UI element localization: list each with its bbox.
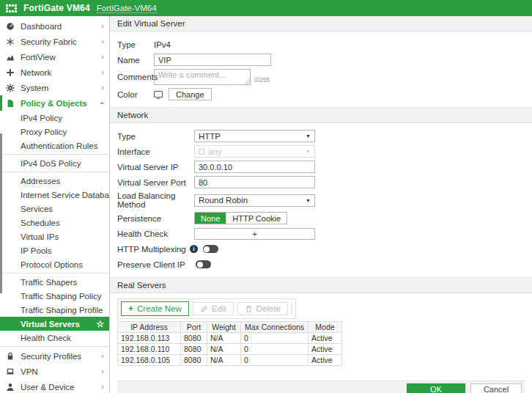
network-icon <box>6 68 15 77</box>
table-row[interactable]: 192.168.0.1058080N/A0Active <box>118 355 342 366</box>
preserve-client-ip-label: Preserve Client IP <box>117 260 193 269</box>
health-check-add-button[interactable]: + <box>194 228 315 240</box>
sidebar-item-ip-pools[interactable]: IP Pools <box>0 243 109 257</box>
sidebar-item-traffic-shaping-profile[interactable]: Traffic Shaping Profile <box>0 303 109 317</box>
sidebar-item-services[interactable]: Services <box>0 202 109 216</box>
sidebar-item-label: Traffic Shapers <box>21 278 77 287</box>
cell-mode: Active <box>309 355 342 366</box>
sidebar-separator <box>0 154 109 155</box>
table-row[interactable]: 192.168.0.1108080N/A0Active <box>118 344 342 355</box>
persistence-segmented: None HTTP Cookie <box>194 212 287 224</box>
star-icon[interactable]: ☆ <box>96 319 104 329</box>
column-header-mode[interactable]: Mode <box>309 322 342 333</box>
comments-input[interactable] <box>154 69 251 85</box>
brand-title: FortiGate VM64 <box>23 3 90 13</box>
sidebar-item-protocol-options[interactable]: Protocol Options <box>0 257 109 271</box>
sidebar-item-label: Authentication Rules <box>21 142 97 150</box>
sidebar-item-label: IPv4 Policy <box>21 114 62 122</box>
sidebar-scrollbar[interactable] <box>0 133 2 293</box>
cell-weight: N/A <box>207 355 241 366</box>
sidebar-item-authentication-rules[interactable]: Authentication Rules <box>0 139 109 153</box>
sidebar-item-system[interactable]: System› <box>0 80 109 95</box>
sidebar-item-dashboard[interactable]: Dashboard› <box>0 18 109 34</box>
virtual-server-port-input[interactable] <box>194 176 315 188</box>
comments-counter: 0/255 <box>254 76 270 85</box>
network-section-title: Network <box>110 107 532 123</box>
net-type-label: Type <box>117 132 194 141</box>
pencil-icon <box>200 305 208 313</box>
sidebar-item-virtual-ips[interactable]: Virtual IPs <box>0 229 109 243</box>
column-header-ip-address[interactable]: IP Address <box>118 322 181 333</box>
persistence-option-none[interactable]: None <box>195 213 226 224</box>
sidebar-item-label: Health Check <box>21 334 71 342</box>
sidebar-item-security-profiles[interactable]: Security Profiles› <box>0 348 109 364</box>
chevron-right-icon: › <box>101 367 104 375</box>
sidebar-item-label: Protocol Options <box>21 260 83 269</box>
sidebar-item-label: System <box>21 84 48 92</box>
dashboard-icon <box>6 22 15 31</box>
sidebar-item-security-fabric[interactable]: Security Fabric› <box>0 34 109 49</box>
policy-objects-icon <box>6 99 15 108</box>
sidebar-item-traffic-shaping-policy[interactable]: Traffic Shaping Policy <box>0 289 109 303</box>
chevron-right-icon: › <box>101 53 104 61</box>
change-color-button[interactable]: Change <box>169 88 212 100</box>
sidebar-item-label: Internet Service Database <box>21 191 110 199</box>
color-label: Color <box>117 90 154 99</box>
ok-button[interactable]: OK <box>407 383 465 393</box>
sidebar-item-fortiview[interactable]: FortiView› <box>0 49 109 65</box>
virtual-server-port-label: Virtual Server Port <box>117 178 194 187</box>
cell-port: 8080 <box>181 355 207 366</box>
table-row[interactable]: 192.168.0.1138080N/A0Active <box>118 333 342 344</box>
sidebar-item-proxy-policy[interactable]: Proxy Policy <box>0 125 109 139</box>
cell-port: 8080 <box>181 344 207 355</box>
trash-icon <box>245 305 253 313</box>
http-multiplexing-toggle[interactable] <box>203 245 218 253</box>
sidebar-item-label: VPN <box>21 367 38 376</box>
fortiview-icon <box>6 53 15 62</box>
sidebar-item-ipv4-policy[interactable]: IPv4 Policy <box>0 111 109 125</box>
sidebar-item-label: Virtual IPs <box>21 232 59 241</box>
sidebar-item-label: Schedules <box>21 218 60 227</box>
sidebar-item-label: IP Pools <box>21 246 52 255</box>
security-profiles-icon <box>6 352 15 361</box>
net-type-select[interactable]: HTTP ▼ <box>194 130 315 142</box>
hostname-dropdown[interactable]: FortiGate-VM64 <box>97 4 157 13</box>
sidebar-item-network[interactable]: Network› <box>0 65 109 80</box>
virtual-server-ip-label: Virtual Server IP <box>117 163 194 172</box>
column-header-weight[interactable]: Weight <box>207 322 241 333</box>
sidebar-item-policy-objects[interactable]: Policy & Objects› <box>0 95 109 111</box>
cell-port: 8080 <box>181 333 207 344</box>
chevron-down-icon: ▼ <box>306 149 311 154</box>
sidebar-item-label: User & Device <box>21 383 75 392</box>
comments-label: Comments <box>117 73 154 81</box>
real-servers-table-body: 192.168.0.1138080N/A0Active192.168.0.110… <box>118 333 342 366</box>
cancel-button[interactable]: Cancel <box>470 383 522 393</box>
column-header-port[interactable]: Port <box>181 322 207 333</box>
plus-icon: + <box>128 304 133 314</box>
sidebar-item-virtual-servers[interactable]: Virtual Servers☆ <box>0 317 109 331</box>
virtual-server-ip-input[interactable] <box>194 161 315 173</box>
sidebar-item-internet-service-database[interactable]: Internet Service Database <box>0 188 109 202</box>
preserve-client-ip-toggle[interactable] <box>196 260 211 268</box>
chevron-down-icon: › <box>99 102 107 105</box>
name-input[interactable] <box>154 54 271 66</box>
chevron-right-icon: › <box>101 22 104 30</box>
create-new-button[interactable]: + Create New <box>121 301 189 316</box>
sidebar-item-vpn[interactable]: VPN› <box>0 364 109 379</box>
info-icon[interactable]: i <box>190 245 198 253</box>
sidebar-item-label: Network <box>21 68 51 77</box>
sidebar-item-addresses[interactable]: Addresses <box>0 174 109 188</box>
health-check-label: Health Check <box>117 229 194 238</box>
sidebar-item-schedules[interactable]: Schedules <box>0 216 109 229</box>
load-balancing-label: Load Balancing Method <box>117 191 194 209</box>
real-servers-toolbar: + Create New Edit Delete <box>117 298 296 319</box>
column-header-max-connections[interactable]: Max Connections <box>241 322 309 333</box>
sidebar-item-ipv4-dos-policy[interactable]: IPv4 DoS Policy <box>0 156 109 170</box>
sidebar: Dashboard›Security Fabric›FortiView›Netw… <box>0 16 110 393</box>
persistence-option-http-cookie[interactable]: HTTP Cookie <box>226 213 287 224</box>
chevron-right-icon: › <box>101 37 104 45</box>
sidebar-item-traffic-shapers[interactable]: Traffic Shapers <box>0 275 109 289</box>
sidebar-item-health-check[interactable]: Health Check <box>0 331 109 345</box>
load-balancing-select[interactable]: Round Robin ▼ <box>194 194 315 207</box>
sidebar-item-user-device[interactable]: User & Device› <box>0 379 109 393</box>
